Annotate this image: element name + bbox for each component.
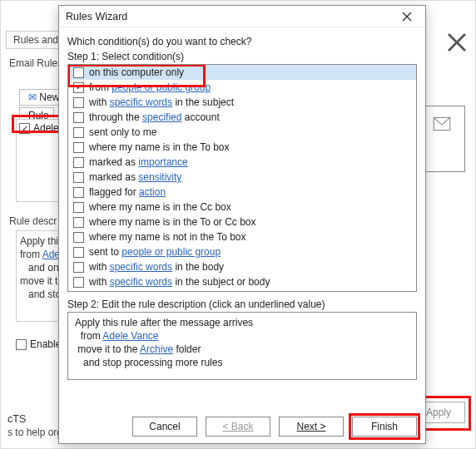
condition-checkbox[interactable] <box>73 157 84 168</box>
desc-line: and on <box>20 261 62 274</box>
condition-row[interactable]: where my name is in the Cc box <box>68 200 416 215</box>
enable-rules-checkbox[interactable]: Enable <box>16 338 61 350</box>
condition-text: with specific words in the body <box>89 260 224 274</box>
condition-value-link[interactable]: specific words <box>110 291 172 292</box>
condition-value-link[interactable]: people or public group <box>121 246 221 258</box>
close-button[interactable] <box>395 7 419 26</box>
condition-row[interactable]: on this computer only <box>68 65 416 80</box>
next-button[interactable]: Next > <box>279 417 344 437</box>
desc-line: from Adele Vance <box>75 329 409 343</box>
condition-checkbox[interactable] <box>73 67 84 78</box>
condition-row[interactable]: with specific words in the subject or bo… <box>68 274 416 289</box>
condition-checkbox[interactable] <box>73 202 84 213</box>
condition-text: from people or public group <box>89 81 211 94</box>
condition-text: where my name is in the To box <box>89 141 230 154</box>
desc-line: and sto <box>20 288 62 301</box>
step2-label: Step 2: Edit the rule description (click… <box>67 299 417 310</box>
condition-checkbox[interactable] <box>73 97 84 108</box>
finish-button[interactable]: Finish <box>352 417 417 437</box>
condition-text: through the specified account <box>89 111 220 124</box>
rules-wizard-dialog: Rules Wizard Which condition(s) do you w… <box>58 5 426 444</box>
condition-checkbox[interactable] <box>73 292 84 293</box>
condition-row[interactable]: where my name is in the To or Cc box <box>68 215 416 229</box>
condition-text: marked as sensitivity <box>89 170 181 184</box>
condition-text: sent only to me <box>89 126 156 139</box>
condition-value-link[interactable]: specified <box>142 111 181 123</box>
condition-text: flagged for action <box>89 185 166 199</box>
rule-row-label: Adele <box>33 122 59 134</box>
condition-text: marked as importance <box>89 155 188 169</box>
desc-line: Apply thi <box>20 234 62 248</box>
condition-row[interactable]: with specific words in the body <box>68 259 416 274</box>
condition-checkbox[interactable] <box>73 247 84 258</box>
condition-row[interactable]: where my name is not in the To box <box>68 229 416 244</box>
section-label: Email Rules <box>9 57 62 69</box>
desc-line: from Ade <box>20 248 62 261</box>
condition-row[interactable]: flagged for action <box>68 185 416 200</box>
rule-row-checkbox[interactable]: ✓ <box>19 123 30 134</box>
condition-checkbox[interactable] <box>73 232 84 243</box>
from-value-link[interactable]: Adele Vance <box>102 330 158 342</box>
condition-value-link[interactable]: specific words <box>110 276 172 288</box>
desc-line: move it t <box>20 274 62 288</box>
close-icon[interactable] <box>447 32 467 52</box>
condition-row[interactable]: with specific words in the subject <box>68 95 416 110</box>
condition-value-link[interactable]: importance <box>138 156 187 168</box>
condition-value-link[interactable]: sensitivity <box>138 171 181 183</box>
condition-text: with specific words in the message heade… <box>89 290 276 292</box>
condition-checkbox[interactable]: ✓ <box>73 82 84 93</box>
condition-text: with specific words in the subject or bo… <box>89 275 270 289</box>
condition-value-link[interactable]: specific words <box>110 96 172 108</box>
conditions-list[interactable]: on this computer only✓from people or pub… <box>67 64 417 292</box>
condition-text: where my name is in the Cc box <box>89 200 231 214</box>
condition-text: with specific words in the subject <box>89 96 234 109</box>
condition-text: on this computer only <box>89 66 184 79</box>
condition-checkbox[interactable] <box>73 187 84 198</box>
back-button[interactable]: < Back <box>206 417 270 437</box>
checkbox-icon[interactable] <box>16 339 27 350</box>
condition-row[interactable]: sent to people or public group <box>68 244 416 259</box>
condition-checkbox[interactable] <box>73 142 84 153</box>
step1-label: Step 1: Select condition(s) <box>67 51 417 62</box>
desc-line: move it to the Archive folder <box>75 343 409 356</box>
wizard-question: Which condition(s) do you want to check? <box>67 36 417 47</box>
condition-text: sent to people or public group <box>89 245 221 259</box>
rule-description-editor[interactable]: Apply this rule after the message arrive… <box>67 312 417 380</box>
condition-value-link[interactable]: people or public group <box>112 81 211 93</box>
dialog-title: Rules Wizard <box>66 11 127 22</box>
folder-value-link[interactable]: Archive <box>140 343 173 355</box>
desc-line: and stop processing more rules <box>75 356 409 369</box>
condition-checkbox[interactable] <box>73 217 84 228</box>
enable-label: Enable <box>30 338 61 350</box>
condition-checkbox[interactable] <box>73 262 84 273</box>
condition-checkbox[interactable] <box>73 172 84 183</box>
condition-row[interactable]: marked as sensitivity <box>68 170 416 185</box>
condition-row[interactable]: marked as importance <box>68 155 416 170</box>
condition-checkbox[interactable] <box>73 127 84 138</box>
condition-row[interactable]: sent only to me <box>68 125 416 140</box>
bg-footer-text-top: cTS <box>7 413 26 425</box>
cancel-button[interactable]: Cancel <box>132 417 197 437</box>
dialog-titlebar: Rules Wizard <box>59 6 425 27</box>
condition-row[interactable]: where my name is in the To box <box>68 140 416 155</box>
condition-row[interactable]: through the specified account <box>68 110 416 125</box>
condition-value-link[interactable]: action <box>139 186 166 198</box>
condition-text: where my name is not in the To box <box>89 230 246 244</box>
condition-checkbox[interactable] <box>73 112 84 123</box>
condition-text: where my name is in the To or Cc box <box>89 215 256 229</box>
condition-checkbox[interactable] <box>73 277 84 288</box>
dialog-buttons: Cancel < Back Next > Finish <box>59 417 425 437</box>
desc-line: Apply this rule after the message arrive… <box>75 316 409 329</box>
condition-row[interactable]: ✓from people or public group <box>68 80 416 95</box>
condition-value-link[interactable]: specific words <box>110 261 172 273</box>
rule-description-label: Rule descr <box>9 215 57 227</box>
condition-row[interactable]: with specific words in the message heade… <box>68 289 416 292</box>
